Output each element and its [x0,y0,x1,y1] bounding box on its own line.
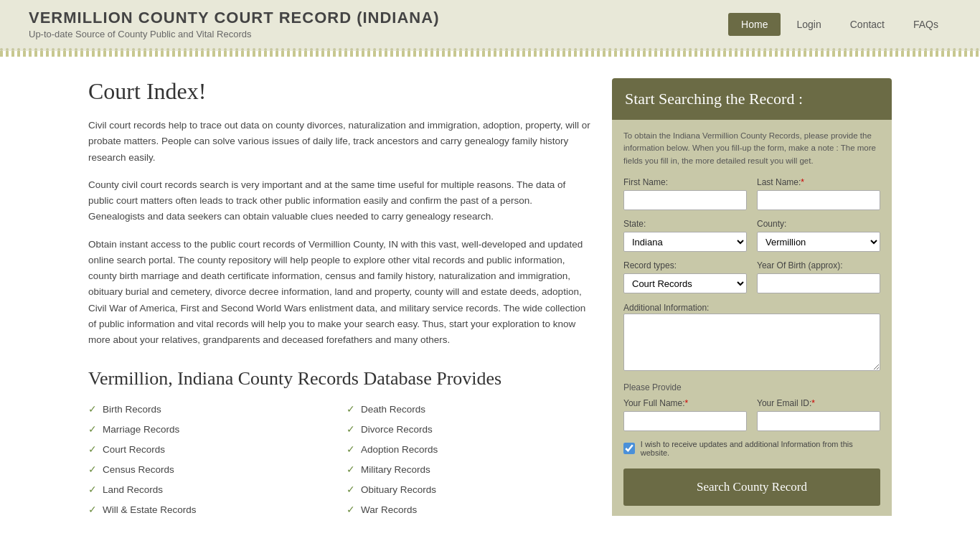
record-label: Military Records [361,464,430,475]
last-name-label: Last Name:* [757,177,880,187]
subscribe-checkbox[interactable] [623,443,635,454]
full-name-label: Your Full Name:* [623,398,747,408]
check-icon: ✓ [347,463,355,475]
email-input[interactable] [757,411,880,431]
nav-contact[interactable]: Contact [837,13,897,36]
record-item: ✓Birth Records [88,401,332,417]
search-button[interactable]: Search County Record [623,468,880,506]
record-item: ✓Death Records [347,401,590,417]
record-label: Adoption Records [361,444,438,455]
first-name-label: First Name: [623,177,747,187]
contact-row: Your Full Name:* Your Email ID:* [623,398,880,431]
record-item: ✓Marriage Records [88,421,332,437]
record-item: ✓Census Records [88,461,332,477]
record-item: ✓Land Records [88,481,332,497]
form-description: To obtain the Indiana Vermillion County … [623,130,880,167]
record-label: Census Records [103,464,174,475]
record-types-label: Record types: [623,260,747,270]
record-label: Will & Estate Records [103,504,197,515]
header-branding: VERMILLION COUNTY COURT RECORD (INDIANA)… [29,9,439,39]
state-label: State: [623,219,747,229]
record-item: ✓Divorce Records [347,421,590,437]
main-nav: Home Login Contact FAQs [728,13,951,36]
check-icon: ✓ [347,504,355,515]
left-content: Court Index! Civil court records help to… [88,78,590,517]
state-county-row: State: Indiana County: Vermillion [623,219,880,252]
additional-info-label: Additional Information: [623,303,709,313]
state-select[interactable]: Indiana [623,232,747,252]
year-of-birth-input[interactable] [757,273,880,293]
record-label: Court Records [103,444,165,455]
record-label: Obituary Records [361,484,436,495]
email-group: Your Email ID:* [757,398,880,431]
email-label: Your Email ID:* [757,398,880,408]
checkbox-row: I wish to receive updates and additional… [623,440,880,457]
record-label: War Records [361,504,417,515]
full-name-group: Your Full Name:* [623,398,747,431]
please-provide-label: Please Provide [623,382,880,392]
record-label: Birth Records [103,404,161,415]
page-title: Court Index! [88,78,590,105]
record-item: ✓Military Records [347,461,590,477]
record-item: ✓Obituary Records [347,481,590,497]
nav-home[interactable]: Home [728,13,781,36]
state-group: State: Indiana [623,219,747,252]
record-item: ✓Will & Estate Records [88,501,332,517]
check-icon: ✓ [88,443,97,455]
form-header-title: Start Searching the Record : [625,90,879,108]
last-name-group: Last Name:* [757,177,880,210]
additional-info-textarea[interactable] [623,314,880,371]
name-row: First Name: Last Name:* [623,177,880,210]
section-title: Vermillion, Indiana County Records Datab… [88,368,590,390]
additional-info-group: Additional Information: [623,302,880,374]
first-name-input[interactable] [623,190,747,210]
form-header: Start Searching the Record : [612,78,892,120]
site-header: VERMILLION COUNTY COURT RECORD (INDIANA)… [0,0,980,51]
check-icon: ✓ [88,463,97,475]
main-content: Court Index! Civil court records help to… [60,57,920,539]
site-subtitle: Up-to-date Source of County Public and V… [29,29,439,39]
county-group: County: Vermillion [757,219,880,252]
record-type-group: Record types: Court Records Birth Record… [623,260,747,293]
check-icon: ✓ [88,484,97,495]
dot-separator [0,51,980,57]
record-type-year-row: Record types: Court Records Birth Record… [623,260,880,293]
site-title: VERMILLION COUNTY COURT RECORD (INDIANA) [29,9,439,27]
check-icon: ✓ [347,403,355,415]
check-icon: ✓ [347,443,355,455]
check-icon: ✓ [88,504,97,515]
check-icon: ✓ [347,423,355,435]
full-name-input[interactable] [623,411,747,431]
right-panel: Start Searching the Record : To obtain t… [612,78,892,517]
last-name-input[interactable] [757,190,880,210]
form-body: To obtain the Indiana Vermillion County … [612,120,892,516]
year-of-birth-group: Year Of Birth (approx): [757,260,880,293]
record-item: ✓Court Records [88,441,332,457]
record-label: Divorce Records [361,424,433,435]
first-name-group: First Name: [623,177,747,210]
intro-paragraph-1: Civil court records help to trace out da… [88,118,590,166]
intro-paragraph-2: County civil court records search is ver… [88,177,590,225]
check-icon: ✓ [88,423,97,435]
nav-login[interactable]: Login [783,13,834,36]
check-icon: ✓ [347,484,355,495]
record-label: Death Records [361,404,425,415]
check-icon: ✓ [88,403,97,415]
intro-paragraph-3: Obtain instant access to the public cour… [88,237,590,349]
checkbox-label: I wish to receive updates and additional… [641,440,880,457]
county-select[interactable]: Vermillion [757,232,880,252]
county-label: County: [757,219,880,229]
year-of-birth-label: Year Of Birth (approx): [757,260,880,270]
record-item: ✓War Records [347,501,590,517]
record-type-select[interactable]: Court Records Birth Records Marriage Rec… [623,273,747,293]
records-grid: ✓Birth Records✓Death Records✓Marriage Re… [88,401,590,517]
nav-faqs[interactable]: FAQs [900,13,951,36]
record-label: Land Records [103,484,163,495]
record-item: ✓Adoption Records [347,441,590,457]
record-label: Marriage Records [103,424,179,435]
